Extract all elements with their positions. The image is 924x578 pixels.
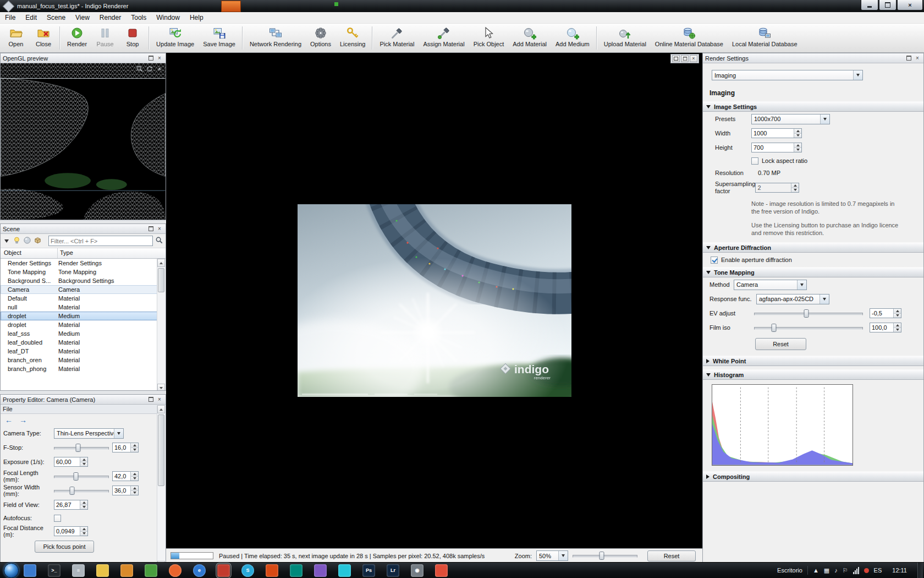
taskbar-app-icon-active[interactable] — [217, 564, 230, 577]
spin-down[interactable] — [791, 188, 799, 193]
save-image-button[interactable]: Save Image — [199, 24, 240, 52]
spin-down[interactable] — [794, 148, 801, 152]
scrollbar-thumb[interactable] — [158, 415, 164, 486]
section-compositing[interactable]: Compositing — [703, 471, 923, 482]
add-medium-button[interactable]: Add Medium — [551, 24, 594, 52]
scene-row[interactable]: branch_orenMaterial — [1, 356, 166, 364]
spin-down[interactable] — [80, 505, 87, 510]
taskbar-app-icon[interactable] — [120, 564, 133, 577]
column-type[interactable]: Type — [58, 248, 166, 258]
opengl-viewport[interactable] — [1, 63, 166, 220]
slider-thumb[interactable] — [74, 472, 79, 481]
scroll-down-button[interactable] — [157, 384, 165, 391]
scene-row[interactable]: nullMaterial — [1, 303, 166, 312]
taskbar-app-icon[interactable] — [290, 564, 302, 577]
spin-up[interactable] — [80, 527, 87, 532]
column-object[interactable]: Object — [1, 248, 58, 258]
film-iso-slider[interactable] — [754, 323, 863, 332]
close-panel-button[interactable]: × — [914, 54, 921, 62]
material-sphere-icon[interactable] — [23, 236, 31, 246]
scrollbar-thumb[interactable] — [158, 268, 164, 292]
ev-adjust-input[interactable]: -0,5 — [870, 308, 901, 318]
spin-down[interactable] — [131, 448, 138, 452]
scene-panel-titlebar[interactable]: Scene × — [1, 224, 166, 234]
spin-down[interactable] — [794, 134, 801, 138]
taskbar-app-icon[interactable]: S — [241, 564, 254, 577]
slider-thumb[interactable] — [804, 309, 809, 318]
taskbar-app-icon[interactable] — [338, 564, 351, 577]
volume-icon[interactable]: ♪ — [834, 567, 838, 574]
zoom-select[interactable]: 50% — [536, 550, 568, 561]
float-panel-button[interactable] — [147, 225, 155, 232]
section-white-point[interactable]: White Point — [703, 356, 923, 366]
taskbar-app-icon[interactable] — [145, 564, 157, 577]
spin-down[interactable] — [894, 328, 901, 332]
scroll-up-button[interactable] — [157, 259, 165, 267]
menu-window[interactable]: Window — [151, 12, 185, 23]
tray-status-icon[interactable] — [864, 568, 869, 573]
taskbar-app-icon[interactable] — [24, 564, 36, 577]
float-panel-button[interactable] — [147, 396, 155, 403]
scroll-up-button[interactable] — [157, 405, 165, 413]
maximize-button[interactable] — [879, 0, 897, 10]
slider-thumb[interactable] — [771, 324, 776, 332]
spin-up[interactable] — [894, 309, 901, 314]
file-section-label[interactable]: File — [1, 405, 166, 414]
scene-scrollbar[interactable] — [157, 259, 166, 391]
f-stop-slider[interactable] — [54, 443, 109, 452]
opengl-panel-titlebar[interactable]: OpenGL preview × — [1, 53, 166, 63]
update-image-button[interactable]: Update Image — [152, 24, 199, 52]
spin-up[interactable] — [131, 486, 138, 491]
refresh-view-icon[interactable] — [146, 65, 153, 73]
menu-tools[interactable]: Tools — [126, 12, 151, 23]
lock-aspect-checkbox[interactable] — [751, 157, 758, 165]
scene-row[interactable]: dropletMaterial — [1, 320, 166, 329]
menu-view[interactable]: View — [70, 12, 95, 23]
pick-object-button[interactable]: Pick Object — [469, 24, 509, 52]
language-indicator[interactable]: ES — [874, 567, 882, 574]
autofocus-checkbox[interactable] — [54, 515, 61, 522]
minimize-button[interactable] — [861, 0, 878, 10]
section-histogram[interactable]: Histogram — [703, 369, 923, 380]
taskbar-app-icon[interactable]: Ps — [362, 564, 375, 577]
tone-mapping-reset-button[interactable]: Reset — [755, 338, 806, 350]
property-editor-titlebar[interactable]: Property Editor: Camera (Camera) × — [1, 395, 166, 405]
film-iso-input[interactable]: 100,0 — [870, 323, 901, 332]
spin-down[interactable] — [894, 314, 901, 318]
focal-distance-input[interactable]: 0,0949 — [54, 526, 88, 536]
taskbar-app-icon[interactable] — [169, 564, 182, 577]
forward-button[interactable]: → — [17, 415, 29, 425]
taskbar-app-icon[interactable]: Lr — [387, 564, 399, 577]
spin-down[interactable] — [80, 532, 87, 536]
field-of-view-input[interactable]: 26,87 — [54, 500, 88, 510]
scene-row[interactable]: DefaultMaterial — [1, 294, 166, 303]
sensor-width-input[interactable]: 36,0 — [112, 486, 139, 495]
exposure-input[interactable]: 60,00 — [54, 457, 88, 467]
scene-row[interactable]: branch_phongMaterial — [1, 364, 166, 373]
section-tone-mapping[interactable]: Tone Mapping — [703, 267, 923, 277]
width-input[interactable]: 1000 — [751, 128, 802, 138]
spin-down[interactable] — [131, 477, 138, 481]
settings-category-select[interactable]: Imaging — [712, 70, 863, 80]
network-rendering-button[interactable]: Network Rendering — [245, 24, 306, 52]
search-icon[interactable] — [155, 236, 163, 246]
clock[interactable]: 12:11 — [887, 567, 912, 574]
spin-up[interactable] — [131, 472, 138, 477]
render-settings-titlebar[interactable]: Render Settings × — [703, 53, 923, 63]
close-panel-button[interactable]: × — [156, 225, 163, 232]
close-panel-button[interactable]: × — [156, 396, 163, 403]
taskbar-app-icon[interactable]: >_ — [48, 564, 61, 577]
menu-scene[interactable]: Scene — [42, 12, 70, 23]
spin-down[interactable] — [131, 491, 138, 495]
taskbar-app-icon[interactable] — [266, 564, 278, 577]
light-icon[interactable] — [13, 236, 21, 246]
render-viewport[interactable]: × — [166, 53, 702, 563]
desktop-toolbar-label[interactable]: Escritorio — [777, 567, 802, 574]
f-stop-input[interactable]: 16,0 — [112, 443, 139, 452]
property-scrollbar[interactable] — [157, 405, 166, 563]
show-desktop-button[interactable] — [917, 563, 923, 578]
stop-button[interactable]: Stop — [119, 24, 146, 52]
spin-up[interactable] — [894, 323, 901, 328]
zoom-fit-icon[interactable] — [136, 65, 144, 73]
supersampling-input[interactable]: 2 — [755, 183, 799, 193]
